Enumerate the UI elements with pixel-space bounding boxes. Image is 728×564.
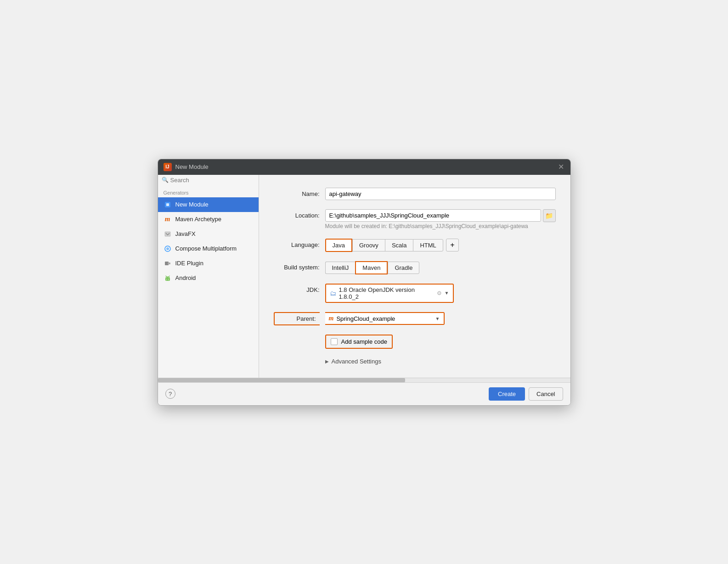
location-control: 📁 Module will be created in: E:\github\s… — [325, 209, 556, 229]
parent-label: Parent: — [274, 312, 320, 325]
build-system-row: Build system: IntelliJ Maven Gradle — [274, 261, 556, 274]
language-scala-button[interactable]: Scala — [385, 239, 413, 251]
name-input[interactable] — [325, 188, 556, 200]
jdk-value: 1.8 Oracle OpenJDK version 1.8.0_2 — [339, 286, 434, 300]
language-html-button[interactable]: HTML — [413, 239, 443, 251]
add-sample-code-label: Add sample code — [341, 338, 387, 345]
scrollbar-thumb[interactable] — [158, 378, 406, 382]
jdk-dropdown[interactable]: 🗂 1.8 Oracle OpenJDK version 1.8.0_2 ⚙ ▼ — [325, 284, 454, 303]
main-panel: Name: Location: 📁 Module will be created… — [259, 175, 570, 378]
location-hint: Module will be created in: E:\github\sam… — [325, 223, 556, 229]
name-label: Name: — [274, 188, 320, 197]
maven-m-icon: m — [329, 315, 334, 322]
android-icon — [164, 274, 172, 282]
svg-point-14 — [166, 277, 167, 278]
svg-rect-1 — [166, 203, 169, 206]
sidebar-item-label: JavaFX — [175, 230, 196, 237]
scroll-area — [158, 378, 570, 382]
jdk-label: JDK: — [274, 284, 320, 293]
jdk-icon: 🗂 — [330, 290, 336, 297]
location-label: Location: — [274, 209, 320, 219]
location-row: Location: 📁 Module will be created in: E… — [274, 209, 556, 229]
build-maven-button[interactable]: Maven — [355, 261, 388, 274]
jdk-control: 🗂 1.8 Oracle OpenJDK version 1.8.0_2 ⚙ ▼ — [325, 284, 556, 303]
title-bar: IJ New Module ✕ — [158, 159, 570, 175]
svg-point-4 — [166, 247, 169, 250]
add-sample-code-checkbox[interactable] — [331, 338, 338, 345]
sidebar-item-android[interactable]: Android — [158, 271, 259, 285]
jdk-arrow-icon: ▼ — [445, 290, 449, 296]
sidebar-item-new-module[interactable]: New Module — [158, 197, 259, 212]
generators-label: Generators — [158, 185, 259, 197]
sample-code-spacer — [274, 335, 320, 337]
sidebar-item-maven-archetype[interactable]: m Maven Archetype — [158, 212, 259, 227]
sidebar: 🔍 Generators New Module m Maven Archetyp… — [158, 175, 259, 378]
search-bar: 🔍 — [158, 175, 259, 185]
browse-folder-button[interactable]: 📁 — [543, 209, 556, 222]
advanced-settings-row: ▶ Advanced Settings — [274, 358, 556, 365]
name-row: Name: — [274, 188, 556, 200]
advanced-chevron-icon[interactable]: ▶ — [325, 359, 329, 364]
close-button[interactable]: ✕ — [558, 163, 565, 171]
language-row: Language: Java Groovy Scala HTML + — [274, 239, 556, 252]
ide-plugin-icon — [164, 259, 172, 268]
maven-archetype-icon: m — [164, 215, 172, 223]
advanced-label[interactable]: Advanced Settings — [332, 358, 381, 365]
compose-icon — [164, 245, 172, 253]
new-module-icon — [164, 201, 172, 209]
sidebar-item-label: Maven Archetype — [175, 216, 221, 223]
language-java-button[interactable]: Java — [325, 239, 352, 252]
build-intellij-button[interactable]: IntelliJ — [325, 262, 356, 274]
language-button-group: Java Groovy Scala HTML — [325, 239, 443, 252]
footer: ? Create Cancel — [158, 382, 570, 405]
sidebar-item-label: IDE Plugin — [175, 260, 203, 267]
parent-row: Parent: m SpringCloud_example ▼ — [274, 312, 556, 325]
location-input-wrap: 📁 — [325, 209, 556, 222]
sidebar-item-label: New Module — [175, 201, 209, 208]
build-system-button-group: IntelliJ Maven Gradle — [325, 261, 556, 274]
svg-point-15 — [168, 277, 169, 278]
advanced-settings-section: ▶ Advanced Settings — [325, 358, 388, 365]
jdk-suffix-icon: ⚙ — [437, 290, 442, 296]
search-input[interactable] — [170, 177, 255, 184]
parent-value: SpringCloud_example — [336, 315, 432, 322]
svg-point-13 — [165, 276, 169, 279]
name-control — [325, 188, 556, 200]
language-control: Java Groovy Scala HTML + — [325, 239, 556, 252]
javafx-icon — [164, 230, 172, 238]
svg-rect-12 — [168, 279, 169, 280]
help-button[interactable]: ? — [165, 389, 175, 399]
sidebar-item-javafx[interactable]: JavaFX — [158, 227, 259, 241]
folder-icon: 📁 — [545, 212, 553, 219]
footer-left: ? — [165, 389, 175, 399]
sidebar-item-compose-multiplatform[interactable]: Compose Multiplatform — [158, 241, 259, 256]
jdk-row: JDK: 🗂 1.8 Oracle OpenJDK version 1.8.0_… — [274, 284, 556, 303]
sidebar-item-ide-plugin[interactable]: IDE Plugin — [158, 256, 259, 271]
sidebar-item-label: Android — [175, 274, 196, 281]
build-system-control: IntelliJ Maven Gradle — [325, 261, 556, 274]
new-module-dialog: IJ New Module ✕ 🔍 Generators New Module … — [158, 159, 571, 406]
dialog-content: 🔍 Generators New Module m Maven Archetyp… — [158, 175, 570, 378]
sidebar-item-label: Compose Multiplatform — [175, 245, 237, 252]
parent-dropdown[interactable]: m SpringCloud_example ▼ — [325, 312, 445, 325]
sample-code-row: Add sample code — [274, 335, 556, 349]
add-sample-code-checkbox-row[interactable]: Add sample code — [325, 335, 393, 349]
location-input[interactable] — [325, 209, 541, 222]
app-icon: IJ — [164, 163, 172, 171]
svg-rect-6 — [168, 262, 170, 264]
add-language-button[interactable]: + — [446, 239, 459, 251]
build-system-label: Build system: — [274, 261, 320, 271]
create-button[interactable]: Create — [489, 387, 525, 401]
advanced-spacer — [274, 358, 320, 361]
cancel-button[interactable]: Cancel — [529, 387, 563, 401]
language-groovy-button[interactable]: Groovy — [352, 239, 385, 251]
dialog-title: New Module — [175, 163, 554, 170]
footer-right: Create Cancel — [489, 387, 563, 401]
build-gradle-button[interactable]: Gradle — [388, 262, 419, 274]
search-icon: 🔍 — [162, 177, 169, 183]
svg-rect-11 — [166, 279, 167, 280]
svg-rect-2 — [165, 232, 170, 236]
parent-arrow-icon: ▼ — [435, 316, 440, 321]
language-label: Language: — [274, 239, 320, 248]
